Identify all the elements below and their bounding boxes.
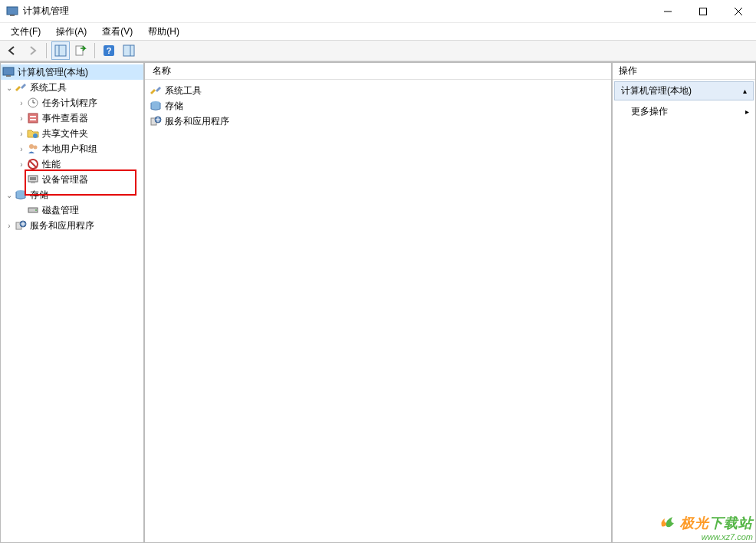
tree-system-tools[interactable]: ⌄ 系统工具 [1,80,143,95]
column-name[interactable]: 名称 [153,64,171,77]
svg-point-22 [29,144,34,149]
tree-shared-folders[interactable]: › 共享文件夹 [1,126,143,141]
action-pane-button[interactable] [120,41,138,60]
tree-label: 共享文件夹 [42,127,88,140]
storage-icon [150,100,162,112]
expand-icon[interactable]: › [16,145,27,153]
menu-file[interactable]: 文件(F) [3,24,48,40]
tree-label: 服务和应用程序 [30,219,94,232]
collapse-icon[interactable]: ▴ [743,87,747,95]
back-button[interactable] [3,41,21,60]
tree-services-apps[interactable]: › 服务和应用程序 [1,218,143,233]
storage-icon [15,189,27,201]
tree-label: 设备管理器 [42,173,88,186]
maximize-button[interactable] [685,0,721,23]
list-item-services-apps[interactable]: 服务和应用程序 [145,114,611,129]
tree-label: 任务计划程序 [42,97,97,110]
tree-storage[interactable]: ⌄ 存储 [1,187,143,202]
tree-task-scheduler[interactable]: › 任务计划程序 [1,95,143,110]
services-icon [15,219,27,232]
window-controls [650,0,756,23]
actions-panel: 操作 计算机管理(本地) ▴ 更多操作 ▸ [612,62,756,543]
svg-line-25 [29,160,37,168]
performance-icon [27,158,39,170]
device-icon [27,173,39,186]
close-button[interactable] [721,0,756,23]
menu-view[interactable]: 查看(V) [94,24,140,40]
tree-panel[interactable]: 计算机管理(本地) ⌄ 系统工具 › 任务计划程序 › 事件查看器 › 共享文件… [0,62,144,543]
tools-icon [150,84,162,97]
services-icon [150,115,162,127]
actions-more-label: 更多操作 [631,105,668,118]
svg-point-31 [35,209,37,211]
expand-icon[interactable]: › [16,114,27,123]
svg-rect-3 [700,8,707,15]
svg-rect-20 [30,119,36,120]
svg-point-23 [34,146,38,150]
tree-label: 事件查看器 [42,112,88,125]
expand-icon[interactable]: › [16,99,27,107]
toolbar-separator [94,43,95,58]
tree-label: 系统工具 [30,81,67,94]
tree-label: 本地用户和组 [42,143,97,156]
svg-rect-14 [6,75,11,77]
tree-device-manager[interactable]: 设备管理器 [1,172,143,187]
svg-rect-18 [28,114,38,123]
tree-label: 计算机管理(本地) [18,66,88,79]
collapse-icon[interactable]: ⌄ [4,84,15,92]
list-item-storage[interactable]: 存储 [145,98,611,114]
show-hide-tree-button[interactable] [51,41,70,60]
submenu-icon: ▸ [745,107,749,116]
tree-local-users[interactable]: › 本地用户和组 [1,141,143,156]
list-item-label: 服务和应用程序 [165,115,229,128]
list-item-label: 存储 [165,100,183,113]
main-content: 计算机管理(本地) ⌄ 系统工具 › 任务计划程序 › 事件查看器 › 共享文件… [0,61,756,543]
export-list-button[interactable] [71,41,90,60]
menu-bar: 文件(F) 操作(A) 查看(V) 帮助(H) [0,23,756,40]
svg-rect-27 [30,177,36,180]
tree-label: 性能 [42,158,61,171]
computer-icon [2,66,15,78]
users-icon [27,143,39,155]
toolbar: ? [0,40,756,61]
svg-text:?: ? [107,46,112,55]
actions-context-title[interactable]: 计算机管理(本地) ▴ [614,81,754,100]
folder-share-icon [27,127,39,140]
app-icon [6,5,18,18]
title-bar: 计算机管理 [0,0,756,23]
help-button[interactable]: ? [100,41,118,60]
svg-rect-8 [76,46,83,55]
svg-rect-0 [7,7,18,15]
tree-event-viewer[interactable]: › 事件查看器 [1,110,143,126]
tree-root[interactable]: 计算机管理(本地) [1,64,143,80]
list-item-label: 系统工具 [165,84,202,97]
svg-rect-11 [123,45,134,56]
tree-disk-mgmt[interactable]: 磁盘管理 [1,202,143,218]
minimize-button[interactable] [650,0,685,23]
tools-icon [15,81,27,94]
svg-rect-6 [55,45,66,56]
expand-icon[interactable]: › [4,222,15,230]
actions-more[interactable]: 更多操作 ▸ [613,102,755,121]
tree-performance[interactable]: › 性能 [1,156,143,172]
actions-title-label: 计算机管理(本地) [621,84,692,97]
forward-button[interactable] [23,41,41,60]
tree-label: 存储 [30,189,48,202]
expand-icon[interactable]: › [16,160,27,169]
list-panel[interactable]: 名称 系统工具 存储 服务和应用程序 [144,62,612,543]
tree-label: 磁盘管理 [42,204,79,217]
event-icon [27,112,39,124]
nav-tree[interactable]: 计算机管理(本地) ⌄ 系统工具 › 任务计划程序 › 事件查看器 › 共享文件… [1,63,143,235]
collapse-icon[interactable]: ⌄ [4,191,15,199]
svg-rect-13 [3,67,14,75]
list-body: 系统工具 存储 服务和应用程序 [145,80,611,132]
svg-rect-28 [31,182,35,183]
window-title: 计算机管理 [23,5,650,18]
list-item-system-tools[interactable]: 系统工具 [145,83,611,98]
menu-help[interactable]: 帮助(H) [140,24,187,40]
expand-icon[interactable]: › [16,130,27,138]
actions-header: 操作 [613,63,755,80]
svg-rect-19 [30,116,36,117]
list-header[interactable]: 名称 [145,63,611,80]
menu-action[interactable]: 操作(A) [48,24,94,40]
